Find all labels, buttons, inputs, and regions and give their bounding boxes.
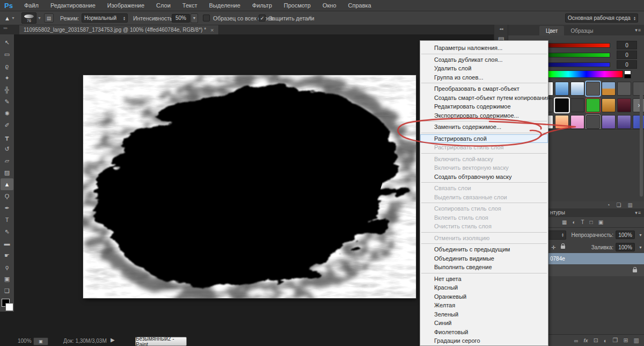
protect-detail-checkbox[interactable]: ✓ Защитить детали (259, 11, 314, 25)
spot-healing-brush-tool[interactable]: ✺ (1, 107, 13, 119)
context-menu-item[interactable]: Параметры наложения... (420, 44, 548, 53)
marquee-tool[interactable]: ▭ (1, 48, 13, 60)
context-menu-item[interactable]: Удалить слой (420, 64, 548, 73)
context-menu-item[interactable]: Желтая (420, 301, 548, 310)
context-menu-item[interactable]: Создать смарт-объект путем копирования (420, 93, 548, 103)
style-swatch[interactable] (555, 82, 569, 96)
adjustment-layer-icon[interactable]: ◐ (604, 337, 608, 344)
layer-group-icon[interactable]: ❐ (613, 337, 618, 344)
workspace-switcher[interactable]: Основная рабочая среда ▴▾ (565, 11, 638, 25)
style-swatch[interactable] (570, 98, 584, 112)
style-swatch[interactable] (586, 82, 600, 96)
strength-dropdown-button[interactable]: ▼ (191, 13, 198, 23)
quick-mask-tool[interactable]: ▣ (1, 273, 13, 285)
double-chevron-icon[interactable]: »» (3, 26, 7, 31)
context-menu-item[interactable]: Зеленый (420, 310, 548, 319)
hand-tool[interactable]: ☛ (1, 249, 13, 261)
clone-stamp-tool[interactable]: ┳ (1, 131, 13, 143)
context-menu-item[interactable]: Выполнить сведение (420, 263, 548, 272)
delete-layer-icon[interactable]: ▥ (634, 337, 639, 344)
zoom-tool[interactable]: ϙ (1, 261, 13, 273)
brush-tool[interactable]: ✐ (1, 119, 13, 131)
toggle-brush-panel-button[interactable]: ▤ (44, 11, 54, 25)
menubar-item[interactable]: Окно (317, 2, 342, 9)
black-swatch[interactable] (624, 74, 631, 78)
context-menu-item[interactable]: Создать обтравочную маску (420, 172, 548, 182)
status-play-icon[interactable]: ▶ (111, 337, 115, 343)
style-swatch[interactable] (586, 98, 600, 112)
foreground-background-colors[interactable] (1, 299, 13, 312)
menubar-item[interactable]: Просмотр (278, 2, 317, 9)
shape-tool[interactable]: ▬ (1, 237, 13, 249)
context-menu-item[interactable]: Объединить видимые (420, 254, 548, 263)
context-menu-item[interactable]: Экспортировать содержимое... (420, 111, 548, 120)
fill-value[interactable]: 100% (616, 243, 635, 251)
context-menu-item[interactable]: Заменить содержимое... (420, 122, 548, 132)
smart-object-filter-icon[interactable]: ▣ (598, 219, 603, 225)
new-layer-icon[interactable]: ⊞ (623, 337, 628, 344)
zoom-level-field[interactable]: 100% (18, 338, 32, 344)
document-canvas[interactable] (83, 75, 416, 298)
context-menu-item[interactable]: Редактировать содержимое (420, 102, 548, 111)
menubar-item[interactable]: Справка (342, 2, 377, 9)
menubar-item[interactable]: Фильтр (246, 2, 278, 9)
delete-style-icon[interactable]: ▥ (628, 202, 633, 208)
context-menu-item[interactable]: Преобразовать в смарт-объект (420, 84, 548, 93)
strength-field[interactable]: 50% ▼ (172, 11, 198, 25)
menubar-item[interactable]: Редактирование (45, 2, 101, 9)
eraser-tool[interactable]: ▱ (1, 155, 13, 167)
type-filter-icon[interactable]: T (581, 219, 584, 225)
style-swatch[interactable] (602, 98, 616, 112)
style-swatch[interactable] (602, 115, 616, 129)
context-menu-item[interactable]: Оранжевый (420, 292, 548, 301)
context-menu-item[interactable]: Создать дубликат слоя... (420, 55, 548, 64)
lock-position-icon[interactable]: ✛ (551, 244, 555, 250)
color-value-field[interactable]: 0 (617, 51, 637, 59)
new-style-icon[interactable]: ❏ (617, 202, 621, 208)
context-menu-item[interactable]: Нет цвета (420, 275, 548, 284)
color-value-field[interactable]: 0 (617, 41, 637, 49)
adjustment-filter-icon[interactable]: ◐ (572, 219, 575, 225)
context-menu-item[interactable]: Фиолетовый (420, 328, 548, 337)
menubar-item[interactable]: Изображение (101, 2, 150, 9)
context-menu-item[interactable]: Градации серого (420, 336, 548, 345)
tab-swatches[interactable]: Образцы (564, 26, 599, 35)
opacity-value[interactable]: 100% (616, 230, 635, 239)
brush-preset-picker[interactable]: 76 ▼ (21, 11, 41, 25)
menubar-item[interactable]: Текст (177, 2, 203, 9)
style-swatch[interactable] (617, 115, 631, 129)
magic-wand-tool[interactable]: ✦ (1, 72, 13, 84)
gradient-tool[interactable]: ▨ (1, 167, 13, 178)
context-menu-item[interactable]: Красный (420, 283, 548, 292)
screen-mode-tool[interactable]: ❏ (1, 285, 13, 297)
shape-filter-icon[interactable]: □ (590, 219, 593, 225)
airbrush-toggle-button[interactable]: ✐ (307, 11, 312, 25)
link-layers-icon[interactable]: ∞ (574, 337, 579, 344)
lasso-tool[interactable]: ϱ (1, 60, 13, 72)
lock-all-icon[interactable] (561, 246, 565, 249)
external-window-title[interactable]: Безымянный2 - Paint (135, 337, 187, 346)
style-swatch[interactable] (617, 98, 631, 112)
context-menu-item[interactable]: Синий (420, 319, 548, 328)
menubar-item[interactable]: Слои (150, 2, 177, 9)
tab-color[interactable]: Цвет (539, 26, 564, 35)
style-swatch[interactable] (555, 115, 569, 129)
color-value-field[interactable]: 0 (617, 60, 637, 69)
style-swatch[interactable] (586, 115, 600, 129)
current-tool-preview[interactable]: ▲ ▼ (4, 11, 15, 25)
pen-tool[interactable]: ✒ (1, 202, 13, 214)
menubar-item[interactable]: Файл (18, 2, 45, 9)
context-menu-item[interactable]: Растрировать слой (420, 134, 548, 143)
layer-effects-icon[interactable]: fx (584, 338, 588, 343)
scrollbar[interactable] (640, 83, 643, 197)
pixel-filter-icon[interactable]: ▦ (562, 219, 567, 225)
clock-icon[interactable]: ◔ (607, 202, 610, 208)
crop-tool[interactable]: ╬ (1, 84, 13, 96)
layer-mask-icon[interactable]: ⊡ (594, 337, 598, 344)
style-swatch[interactable] (570, 115, 584, 129)
type-tool[interactable]: T (1, 214, 13, 226)
dodge-tool[interactable]: Ϙ (1, 190, 13, 202)
context-menu-item[interactable]: Объединить с предыдущим (420, 245, 548, 254)
tab-paths[interactable]: нтуры (550, 210, 565, 215)
document-tab[interactable]: 110955802_large_2031587_1734753.jpg @ 10… (19, 25, 219, 34)
